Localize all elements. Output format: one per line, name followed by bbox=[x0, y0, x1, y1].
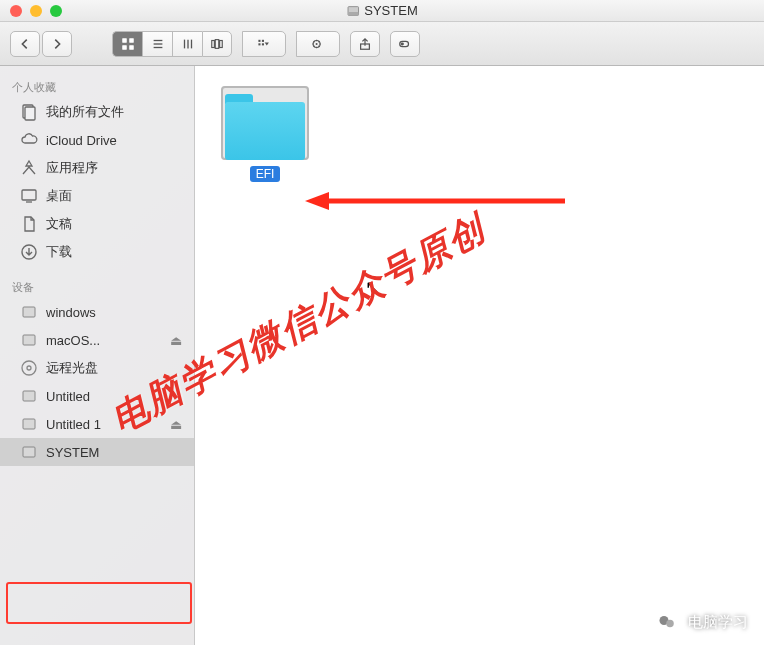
svg-rect-1 bbox=[348, 11, 359, 15]
disk-icon bbox=[20, 387, 38, 405]
svg-rect-12 bbox=[212, 40, 215, 47]
action-segment bbox=[296, 31, 340, 57]
svg-point-39 bbox=[666, 620, 674, 628]
sidebar-item-remote-disc[interactable]: 远程光盘 bbox=[0, 354, 194, 382]
content-area[interactable]: EFI ↖ bbox=[195, 66, 764, 645]
sidebar-item-untitled[interactable]: Untitled bbox=[0, 382, 194, 410]
sidebar-item-windows[interactable]: windows bbox=[0, 298, 194, 326]
sidebar-item-label: 下载 bbox=[46, 243, 72, 261]
sidebar-item-label: SYSTEM bbox=[46, 445, 99, 460]
footer-watermark: 电脑学习 bbox=[654, 609, 748, 635]
main-area: 个人收藏 我的所有文件 iCloud Drive 应用程序 桌面 文稿 下载 设… bbox=[0, 66, 764, 645]
devices-header: 设备 bbox=[0, 274, 194, 298]
sidebar-item-label: 我的所有文件 bbox=[46, 103, 124, 121]
svg-rect-2 bbox=[122, 38, 126, 42]
icon-view-button[interactable] bbox=[112, 31, 142, 57]
sidebar-item-label: iCloud Drive bbox=[46, 133, 117, 148]
sidebar-item-label: windows bbox=[46, 305, 96, 320]
arrange-segment bbox=[242, 31, 286, 57]
cloud-icon bbox=[20, 131, 38, 149]
svg-rect-3 bbox=[129, 38, 133, 42]
column-view-button[interactable] bbox=[172, 31, 202, 57]
svg-rect-34 bbox=[23, 419, 35, 429]
tags-button[interactable] bbox=[390, 31, 420, 57]
sidebar-item-label: Untitled 1 bbox=[46, 417, 101, 432]
disk-icon bbox=[346, 4, 360, 18]
svg-rect-15 bbox=[258, 39, 260, 41]
eject-icon[interactable]: ⏏ bbox=[170, 417, 182, 432]
folder-icon bbox=[221, 86, 309, 160]
sidebar-item-untitled1[interactable]: Untitled 1 ⏏ bbox=[0, 410, 194, 438]
svg-rect-14 bbox=[220, 40, 223, 47]
sidebar-item-system[interactable]: SYSTEM bbox=[0, 438, 194, 466]
cursor-icon: ↖ bbox=[365, 276, 380, 298]
titlebar: SYSTEM bbox=[0, 0, 764, 22]
downloads-icon bbox=[20, 243, 38, 261]
footer-text: 电脑学习 bbox=[688, 613, 748, 632]
svg-rect-25 bbox=[25, 107, 35, 120]
sidebar-item-label: 桌面 bbox=[46, 187, 72, 205]
sidebar-item-all-files[interactable]: 我的所有文件 bbox=[0, 98, 194, 126]
svg-rect-29 bbox=[23, 307, 35, 317]
view-mode-segment bbox=[112, 31, 232, 57]
back-button[interactable] bbox=[10, 31, 40, 57]
share-button[interactable] bbox=[350, 31, 380, 57]
sidebar-item-label: 文稿 bbox=[46, 215, 72, 233]
traffic-lights bbox=[10, 5, 62, 17]
sidebar-item-label: macOS... bbox=[46, 333, 100, 348]
svg-rect-18 bbox=[262, 43, 264, 45]
svg-rect-13 bbox=[215, 39, 219, 48]
arrange-button[interactable] bbox=[242, 31, 286, 57]
sidebar-item-downloads[interactable]: 下载 bbox=[0, 238, 194, 266]
svg-rect-35 bbox=[23, 447, 35, 457]
disk-icon bbox=[20, 331, 38, 349]
sidebar-item-label: Untitled bbox=[46, 389, 90, 404]
documents-icon bbox=[20, 215, 38, 233]
sidebar-item-label: 应用程序 bbox=[46, 159, 98, 177]
apps-icon bbox=[20, 159, 38, 177]
toolbar bbox=[0, 22, 764, 66]
svg-rect-33 bbox=[23, 391, 35, 401]
arrow-annotation bbox=[305, 186, 575, 216]
nav-buttons bbox=[10, 31, 72, 57]
disc-icon bbox=[20, 359, 38, 377]
forward-button[interactable] bbox=[42, 31, 72, 57]
eject-icon[interactable]: ⏏ bbox=[170, 333, 182, 348]
svg-rect-26 bbox=[22, 190, 36, 200]
window-title-text: SYSTEM bbox=[364, 3, 417, 18]
svg-rect-16 bbox=[262, 39, 264, 41]
coverflow-view-button[interactable] bbox=[202, 31, 232, 57]
svg-point-23 bbox=[402, 43, 404, 45]
sidebar-item-apps[interactable]: 应用程序 bbox=[0, 154, 194, 182]
all-files-icon bbox=[20, 103, 38, 121]
sidebar-item-icloud[interactable]: iCloud Drive bbox=[0, 126, 194, 154]
disk-icon bbox=[20, 415, 38, 433]
window-title: SYSTEM bbox=[346, 3, 417, 18]
wechat-icon bbox=[654, 609, 680, 635]
folder-item-efi[interactable]: EFI bbox=[215, 86, 315, 182]
sidebar-item-macos[interactable]: macOS... ⏏ bbox=[0, 326, 194, 354]
sidebar-item-desktop[interactable]: 桌面 bbox=[0, 182, 194, 210]
svg-rect-30 bbox=[23, 335, 35, 345]
action-button[interactable] bbox=[296, 31, 340, 57]
close-button[interactable] bbox=[10, 5, 22, 17]
disk-icon bbox=[20, 303, 38, 321]
favorites-header: 个人收藏 bbox=[0, 74, 194, 98]
maximize-button[interactable] bbox=[50, 5, 62, 17]
folder-label: EFI bbox=[250, 166, 281, 182]
desktop-icon bbox=[20, 187, 38, 205]
svg-point-20 bbox=[316, 42, 318, 44]
svg-marker-37 bbox=[305, 192, 329, 210]
list-view-button[interactable] bbox=[142, 31, 172, 57]
svg-rect-17 bbox=[258, 43, 260, 45]
svg-rect-5 bbox=[129, 45, 133, 49]
svg-point-31 bbox=[22, 361, 36, 375]
sidebar: 个人收藏 我的所有文件 iCloud Drive 应用程序 桌面 文稿 下载 设… bbox=[0, 66, 195, 645]
svg-rect-4 bbox=[122, 45, 126, 49]
sidebar-item-documents[interactable]: 文稿 bbox=[0, 210, 194, 238]
minimize-button[interactable] bbox=[30, 5, 42, 17]
svg-point-32 bbox=[27, 366, 31, 370]
disk-icon bbox=[20, 443, 38, 461]
sidebar-item-label: 远程光盘 bbox=[46, 359, 98, 377]
